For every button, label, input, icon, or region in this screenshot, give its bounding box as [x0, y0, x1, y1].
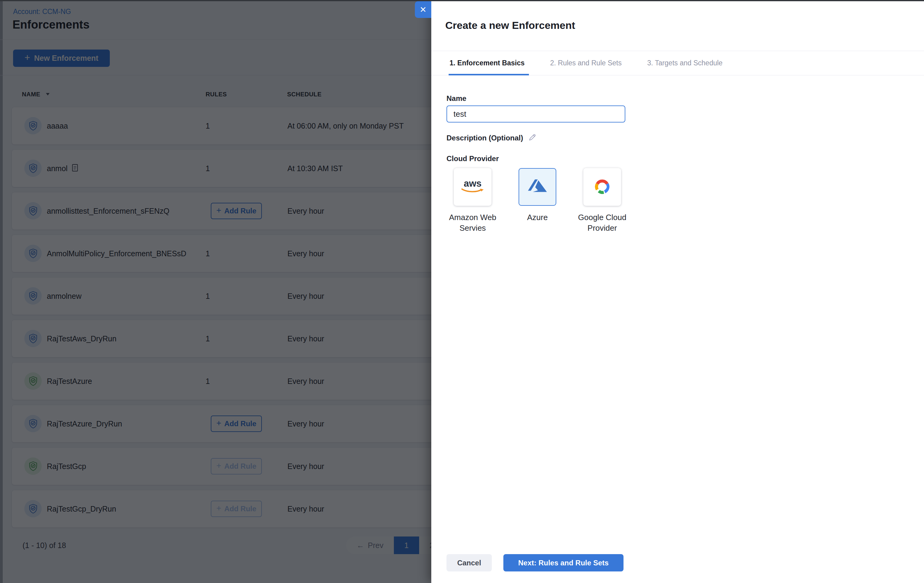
- name-label: Name: [447, 94, 466, 103]
- azure-logo: [528, 180, 547, 194]
- close-button[interactable]: ✕: [415, 1, 431, 18]
- tab-rules-and-rule-sets[interactable]: 2. Rules and Rule Sets: [550, 51, 622, 75]
- close-icon: ✕: [420, 5, 427, 15]
- cancel-button[interactable]: Cancel: [447, 554, 492, 571]
- cloud-provider-label: Cloud Provider: [447, 155, 499, 163]
- window-top-edge: [0, 0, 924, 1]
- provider-card-google-cloud[interactable]: [583, 168, 621, 206]
- create-enforcement-drawer: ✕ Create a new Enforcement 1. Enforcemen…: [431, 0, 924, 583]
- next-button[interactable]: Next: Rules and Rule Sets: [503, 554, 624, 571]
- description-label: Description (Optional): [447, 134, 523, 142]
- provider-card-aws[interactable]: aws: [454, 168, 492, 206]
- wizard-tabs: 1. Enforcement Basics 2. Rules and Rule …: [431, 51, 924, 76]
- drawer-title: Create a new Enforcement: [445, 20, 575, 31]
- tab-targets-and-schedule[interactable]: 3. Targets and Schedule: [647, 51, 723, 75]
- description-row: Description (Optional): [447, 133, 536, 143]
- google-cloud-logo: [593, 177, 612, 197]
- provider-label-google-cloud: Google Cloud Provider: [573, 212, 631, 234]
- aws-logo: aws: [461, 179, 484, 193]
- tab-enforcement-basics[interactable]: 1. Enforcement Basics: [450, 51, 525, 75]
- provider-label-azure: Azure: [508, 212, 566, 223]
- name-input[interactable]: [447, 105, 625, 122]
- edit-pencil-icon[interactable]: [528, 133, 536, 143]
- provider-label-aws: Amazon Web Servies: [444, 212, 502, 234]
- provider-card-azure[interactable]: [518, 168, 556, 206]
